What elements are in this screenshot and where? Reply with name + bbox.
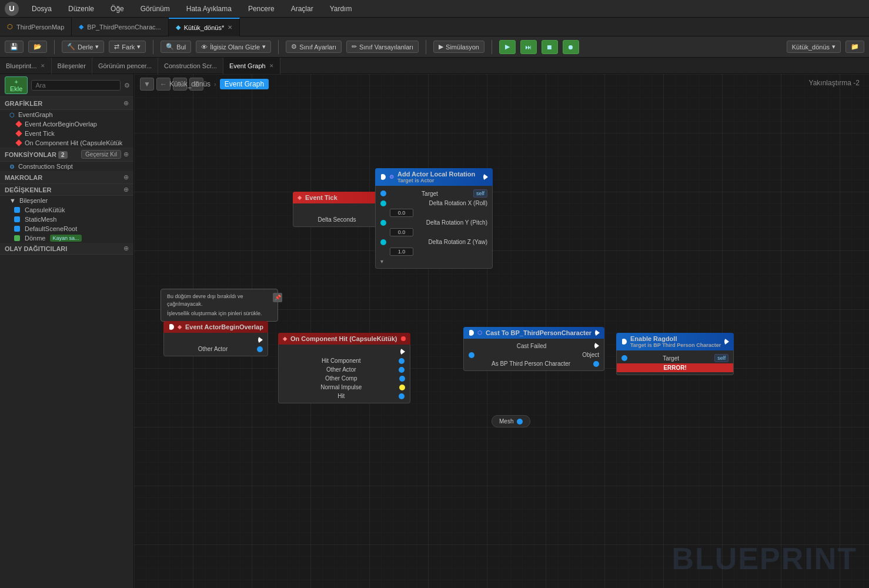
overlap-node: ◆ Event ActorBeginOverlap Other Actor xyxy=(163,321,268,356)
cast-body: Cast Failed Object As BP Third Person Ch… xyxy=(463,339,604,371)
section-graphics[interactable]: GRAFİKLER ⊕ xyxy=(0,97,133,110)
settings-icon[interactable]: ⚙ xyxy=(124,82,130,89)
ragdoll-target-val: self xyxy=(714,354,728,362)
menu-gorunum[interactable]: Görünüm xyxy=(137,4,173,14)
component-hit-diamond-icon: ◆ xyxy=(283,336,287,342)
component-hit-title: On Component Hit (CapsuleKütük) xyxy=(290,335,397,342)
menu-yardim[interactable]: Yardım xyxy=(326,4,356,14)
menu-dosya[interactable]: Dosya xyxy=(28,4,55,14)
bilesенler-group[interactable]: ▼ Bileşenler xyxy=(0,196,133,205)
section-variables[interactable]: DEĞİŞKENLER ⊕ xyxy=(0,184,133,196)
tab-bilesенler[interactable]: Bileşenler xyxy=(52,58,92,74)
dönme-var-item[interactable]: Dönme Kayan sa... xyxy=(0,233,133,243)
search-input[interactable] xyxy=(31,80,121,91)
menu-pencere[interactable]: Pencere xyxy=(245,4,278,14)
back-arrow[interactable]: ← xyxy=(156,78,171,91)
menu-araclar[interactable]: Araçlar xyxy=(288,4,317,14)
add-button[interactable]: + Ekle xyxy=(5,76,28,94)
graphics-title: GRAFİKLER xyxy=(5,100,42,107)
construction-script-item[interactable]: ⚙ Construction Script xyxy=(0,162,133,171)
ragdoll-exec-out-pin xyxy=(724,338,729,345)
record-button[interactable]: ⏺ xyxy=(563,40,579,54)
file-tab-thirdpersonmap[interactable]: ⬡ ThirdPersonMap xyxy=(0,18,72,36)
class-defaults-button[interactable]: ✏ Sınıf Varsayılanları xyxy=(346,41,419,53)
browse-button[interactable]: 📂 xyxy=(28,41,47,53)
mesh-node: Mesh xyxy=(492,415,530,427)
compile-button[interactable]: 🔨 Derle ▾ xyxy=(62,41,104,53)
section-functions[interactable]: FONKSİYONLAR 2 Geçersiz Kıl ⊕ xyxy=(0,148,133,162)
component-hit-header[interactable]: ◆ On Component Hit (CapsuleKütük) xyxy=(278,333,410,345)
simulation-button[interactable]: ▶ Simülasyon xyxy=(433,41,484,53)
section-macros[interactable]: MAKROLAR ⊕ xyxy=(0,171,133,184)
dispatchers-add-icon[interactable]: ⊕ xyxy=(123,245,129,252)
graphics-add-icon[interactable]: ⊕ xyxy=(123,99,129,107)
file-tab-kutuk[interactable]: ◆ Kütük_dönüs* ✕ xyxy=(169,18,240,36)
ragdoll-exec-in-pin xyxy=(621,339,627,345)
warning-box: Bu düğüm devre dışı bırakıldı ve çağrılm… xyxy=(161,289,278,322)
save-button[interactable]: 💾 xyxy=(5,41,24,53)
overlap-header[interactable]: ◆ Event ActorBeginOverlap xyxy=(163,321,268,333)
save-all-button[interactable]: 📁 xyxy=(845,41,864,53)
play-button[interactable]: ▶ xyxy=(499,40,516,54)
stop-button[interactable]: ⏹ xyxy=(542,40,558,54)
section-dispatchers[interactable]: OLAY DAĞITICILARI ⊕ xyxy=(0,243,133,255)
event-tick-header[interactable]: ◆ Event Tick xyxy=(293,192,387,203)
event-tick-item[interactable]: Event Tick xyxy=(0,129,133,138)
add-actor-deltaz-val-row: 1.0 xyxy=(376,246,492,257)
file-tab-bp[interactable]: ◆ BP_ThirdPersonCharac... xyxy=(72,18,168,36)
add-actor-target-val: self xyxy=(473,189,487,198)
add-actor-rotation-node: ⚙ Add Actor Local Rotation Target is Act… xyxy=(375,168,493,269)
add-actor-exec-out-pin xyxy=(483,173,488,181)
capsule-var-item[interactable]: CapsuleKütük xyxy=(0,205,133,215)
staticmesh-var-item[interactable]: StaticMesh xyxy=(0,215,133,224)
component-hit-othercomp-pin xyxy=(399,376,405,382)
add-actor-deltaz-pin xyxy=(380,239,386,245)
component-hit-otheractor-row: Other Actor xyxy=(279,365,410,374)
close-blueprint-tab-icon[interactable]: ✕ xyxy=(41,63,45,69)
add-actor-deltay-value[interactable]: 0.0 xyxy=(390,228,413,236)
tab-construction[interactable]: Construction Scr... xyxy=(158,58,223,74)
close-tab-icon[interactable]: ✕ xyxy=(228,24,232,31)
menu-hata[interactable]: Hata Ayıklama xyxy=(183,4,235,14)
add-actor-header[interactable]: ⚙ Add Actor Local Rotation Target is Act… xyxy=(375,168,493,186)
dropdown-button[interactable]: Kütük_dönüs ▾ xyxy=(787,41,841,53)
cast-castfailed-pin xyxy=(594,342,599,349)
ragdoll-target-row: Target self xyxy=(617,353,733,363)
add-actor-exec-in-pin xyxy=(380,174,386,180)
macros-add-icon[interactable]: ⊕ xyxy=(123,173,129,181)
class-settings-button[interactable]: ⚙ Sınıf Ayarları xyxy=(286,41,342,53)
tab-event-graph[interactable]: Event Graph ✕ xyxy=(223,58,280,74)
canvas[interactable]: ▼ ← → ⊞ Kütük_dönüs › Event Graph Yakınl… xyxy=(134,74,869,588)
override-button[interactable]: Geçersiz Kıl xyxy=(81,150,121,159)
breadcrumb-root[interactable]: Kütük_dönüs xyxy=(169,80,210,88)
defaultscene-var-item[interactable]: DefaultSceneRoot xyxy=(0,224,133,233)
event-tick-exec-row xyxy=(293,206,386,215)
breadcrumb-current[interactable]: Event Graph xyxy=(220,79,269,89)
event-tick-body: Delta Seconds xyxy=(293,203,387,227)
event-actoroverlap-item[interactable]: Event ActorBeginOverlap xyxy=(0,119,133,129)
menu-duzenle[interactable]: Düzenle xyxy=(65,4,98,14)
functions-add-icon[interactable]: ⊕ xyxy=(123,151,129,158)
cast-header[interactable]: ⬡ Cast To BP_ThirdPersonCharacter xyxy=(463,327,604,339)
add-actor-deltax-value[interactable]: 0.0 xyxy=(390,209,413,217)
add-actor-target-pin xyxy=(380,191,386,196)
panel-header: + Ekle ⚙ xyxy=(0,74,133,97)
step-button[interactable]: ⏭ xyxy=(520,40,537,54)
add-actor-deltax-row: Delta Rotation X (Roll) xyxy=(376,199,492,208)
hide-button[interactable]: 👁 İlgisiz Olanı Gizle ▾ xyxy=(196,41,271,53)
eventgraph-item[interactable]: ⬡ EventGraph xyxy=(0,110,133,119)
close-eventgraph-tab-icon[interactable]: ✕ xyxy=(269,63,274,69)
ragdoll-header[interactable]: Enable Ragdoll Target is BP Third Person… xyxy=(616,333,734,350)
variables-add-icon[interactable]: ⊕ xyxy=(123,186,129,193)
event-componenthit-item[interactable]: On Component Hit (CapsuleKütük xyxy=(0,138,133,148)
add-actor-deltaz-value[interactable]: 1.0 xyxy=(390,248,413,256)
menu-oge[interactable]: Öğe xyxy=(107,4,128,14)
component-hit-node: ◆ On Component Hit (CapsuleKütük) Hit Co… xyxy=(278,333,410,403)
toggle-arrow[interactable]: ▼ xyxy=(140,78,154,91)
tab-gorunum[interactable]: Görünüm pencer... xyxy=(92,58,158,74)
error-bar: ERROR! xyxy=(617,363,733,372)
find-button[interactable]: 🔍 Bul xyxy=(161,41,191,53)
tab-blueprint[interactable]: Blueprint... ✕ xyxy=(0,58,52,74)
add-actor-expand-icon[interactable]: ▾ xyxy=(380,258,383,265)
diff-button[interactable]: ⇄ Fark ▾ xyxy=(109,41,146,53)
